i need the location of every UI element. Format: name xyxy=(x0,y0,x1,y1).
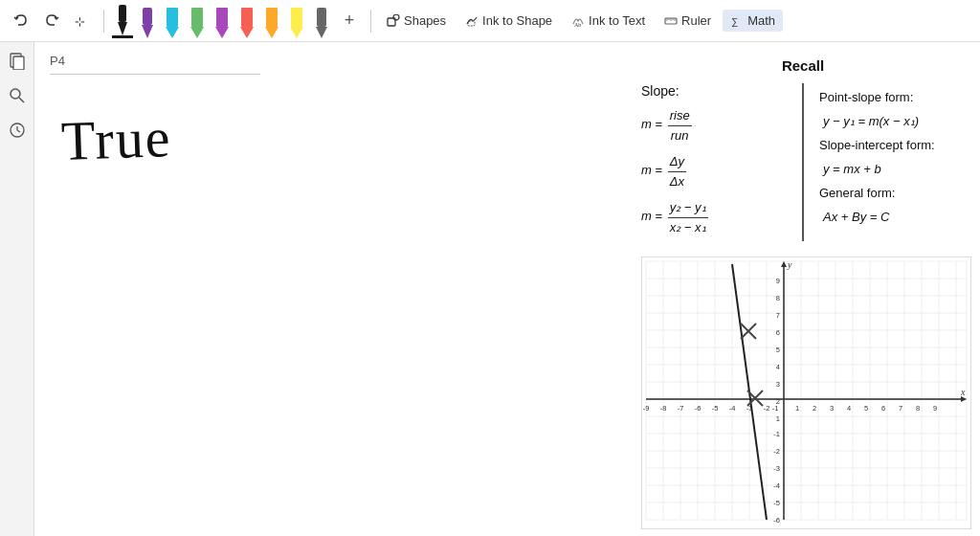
y-axis-label: y xyxy=(787,259,792,270)
svg-text:-5: -5 xyxy=(712,404,719,413)
svg-marker-14 xyxy=(265,27,278,38)
svg-text:-4: -4 xyxy=(729,404,736,413)
redo-button[interactable] xyxy=(38,8,65,34)
separator-2 xyxy=(370,10,371,33)
svg-text:2: 2 xyxy=(776,397,780,406)
pen-black[interactable] xyxy=(112,4,133,38)
svg-text:-9: -9 xyxy=(643,404,650,413)
svg-text:7: 7 xyxy=(899,404,902,413)
svg-text:5: 5 xyxy=(864,404,868,413)
ink-to-text-button[interactable]: Ab Ink to Text xyxy=(564,10,653,32)
svg-text:-3: -3 xyxy=(773,464,780,473)
pen-orange[interactable] xyxy=(261,4,282,38)
svg-text:4: 4 xyxy=(847,404,851,413)
svg-rect-17 xyxy=(317,8,326,27)
svg-text:3: 3 xyxy=(776,380,780,389)
pen-green[interactable] xyxy=(187,4,208,38)
svg-text:9: 9 xyxy=(776,277,780,285)
svg-text:8: 8 xyxy=(916,404,920,413)
add-pen-button[interactable]: + xyxy=(336,8,363,34)
svg-text:-6: -6 xyxy=(695,404,702,413)
math-label: Math xyxy=(747,13,775,28)
svg-text:-6: -6 xyxy=(773,516,780,525)
svg-rect-13 xyxy=(266,8,278,27)
ink-to-text-icon: Ab xyxy=(571,14,585,28)
ruler-label: Ruler xyxy=(681,13,711,28)
recall-box: Recall Slope: m = rise run m xyxy=(641,54,965,245)
svg-marker-6 xyxy=(166,27,179,38)
svg-text:5: 5 xyxy=(776,346,780,354)
graph-container: x y -9 -8 -7 -6 -5 -4 -3 -2 -1 1 2 xyxy=(641,257,971,529)
handwriting-content: True xyxy=(60,105,173,173)
lasso-button[interactable]: ⊹ xyxy=(69,8,96,34)
svg-text:-7: -7 xyxy=(678,404,684,413)
ink-to-shape-icon xyxy=(465,14,479,28)
pen-purple[interactable] xyxy=(137,4,158,38)
ink-to-shape-button[interactable]: Ink to Shape xyxy=(457,10,560,32)
svg-rect-15 xyxy=(291,8,302,27)
main-content: P4 True Recall Slope: m = rise run xyxy=(34,42,980,536)
general-form-label: General form: xyxy=(819,184,965,203)
svg-text:Ab: Ab xyxy=(574,22,581,28)
formula-rise-run: m = rise run xyxy=(641,106,787,145)
svg-text:-2: -2 xyxy=(764,404,770,413)
formula-delta: m = Δy Δx xyxy=(641,152,787,190)
ruler-icon xyxy=(664,14,678,28)
svg-rect-21 xyxy=(468,21,475,26)
slope-label: Slope: xyxy=(641,83,787,99)
sidebar xyxy=(0,42,34,536)
ruler-button[interactable]: Ruler xyxy=(657,10,719,32)
undo-button[interactable] xyxy=(8,8,34,34)
svg-rect-3 xyxy=(143,8,152,25)
pen-yellow[interactable] xyxy=(286,4,307,38)
svg-marker-4 xyxy=(142,25,153,38)
page-label: P4 xyxy=(50,54,611,68)
slope-intercept-formula: y = mx + b xyxy=(823,160,965,179)
svg-marker-10 xyxy=(215,27,229,38)
pen-cyan[interactable] xyxy=(162,4,183,38)
recall-forms-section: Point-slope form: y − y₁ = m(x − x₁) Slo… xyxy=(804,83,965,241)
svg-text:-2: -2 xyxy=(773,447,780,456)
svg-rect-11 xyxy=(241,8,253,27)
math-button[interactable]: ∑ Math xyxy=(723,10,783,32)
svg-text:2: 2 xyxy=(813,404,816,413)
svg-rect-31 xyxy=(13,56,24,70)
svg-rect-9 xyxy=(216,8,228,27)
svg-marker-8 xyxy=(190,27,204,38)
recall-content: Slope: m = rise run m = Δy xyxy=(641,83,965,241)
shapes-button[interactable]: Shapes xyxy=(379,10,454,32)
sidebar-pages-icon[interactable] xyxy=(6,50,29,73)
svg-marker-12 xyxy=(240,27,254,38)
svg-text:∑: ∑ xyxy=(731,16,738,27)
svg-point-32 xyxy=(11,89,20,99)
formula-two-points: m = y₂ − y₁ x₂ − x₁ xyxy=(641,198,787,236)
svg-text:8: 8 xyxy=(776,294,780,302)
svg-marker-2 xyxy=(118,22,127,35)
svg-text:9: 9 xyxy=(933,404,937,413)
pen-violet[interactable] xyxy=(212,4,233,38)
toolbar: ⊹ xyxy=(0,0,980,42)
svg-text:1: 1 xyxy=(776,414,780,423)
general-form-formula: Ax + By = C xyxy=(823,208,965,227)
page-underline xyxy=(50,74,260,75)
pen-red[interactable] xyxy=(236,4,257,38)
pen-gray[interactable] xyxy=(311,4,332,38)
recall-slope-section: Slope: m = rise run m = Δy xyxy=(641,83,804,241)
svg-text:4: 4 xyxy=(776,363,780,371)
graph-svg: x y -9 -8 -7 -6 -5 -4 -3 -2 -1 1 2 xyxy=(641,257,971,529)
svg-text:6: 6 xyxy=(881,404,885,413)
point-slope-formula: y − y₁ = m(x − x₁) xyxy=(823,112,965,131)
svg-text:3: 3 xyxy=(830,404,834,413)
slope-intercept-label: Slope-intercept form: xyxy=(819,136,965,155)
svg-rect-7 xyxy=(191,8,203,27)
svg-text:1: 1 xyxy=(795,404,799,413)
svg-text:-5: -5 xyxy=(773,499,780,507)
ink-to-text-label: Ink to Text xyxy=(589,13,645,28)
svg-text:6: 6 xyxy=(776,328,780,337)
sidebar-search-icon[interactable] xyxy=(6,84,29,107)
math-icon: ∑ xyxy=(730,14,744,28)
point-slope-label: Point-slope form: xyxy=(819,88,965,107)
separator-1 xyxy=(103,10,104,33)
sidebar-history-icon[interactable] xyxy=(6,119,29,142)
svg-rect-1 xyxy=(119,5,126,22)
